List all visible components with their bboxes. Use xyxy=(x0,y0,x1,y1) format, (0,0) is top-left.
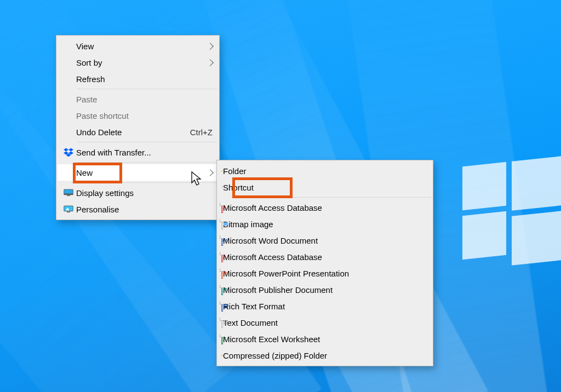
submenu-item-bitmap[interactable]: Bitmap image xyxy=(218,216,432,232)
menu-item-label: Paste shortcut xyxy=(76,111,213,120)
submenu-item-publisher[interactable]: P Microsoft Publisher Document xyxy=(218,281,432,298)
submenu-item-shortcut[interactable]: Shortcut xyxy=(218,179,432,195)
access-file-icon: A xyxy=(221,203,223,213)
personalise-icon xyxy=(61,204,76,214)
menu-separator xyxy=(77,162,217,163)
submenu-item-excel[interactable]: X Microsoft Excel Worksheet xyxy=(218,331,432,347)
submenu-item-label: Compressed (zipped) Folder xyxy=(223,351,426,360)
submenu-item-label: Microsoft Word Document xyxy=(223,236,426,245)
dropbox-icon xyxy=(61,147,76,157)
menu-item-label: Personalise xyxy=(76,205,213,214)
chevron-right-icon xyxy=(207,43,214,50)
menu-item-label: Undo Delete xyxy=(76,128,186,137)
menu-item-label: Sort by xyxy=(76,58,208,67)
svg-rect-7 xyxy=(67,195,70,197)
windows-logo xyxy=(462,159,561,263)
submenu-item-word[interactable]: W Microsoft Word Document xyxy=(218,232,432,249)
submenu-item-label: Shortcut xyxy=(223,183,426,192)
submenu-item-access-db[interactable]: A Microsoft Access Database xyxy=(218,199,432,216)
menu-item-paste: Paste xyxy=(58,91,218,107)
submenu-item-label: Folder xyxy=(223,166,426,176)
display-settings-icon xyxy=(61,188,76,198)
menu-item-label: Paste xyxy=(76,95,213,104)
powerpoint-file-icon: P xyxy=(221,268,223,279)
menu-separator xyxy=(77,89,217,89)
submenu-item-label: Microsoft Publisher Document xyxy=(223,285,426,295)
submenu-item-label: Microsoft Access Database xyxy=(223,252,426,262)
rtf-file-icon xyxy=(221,301,223,312)
submenu-item-label: Bitmap image xyxy=(223,220,426,229)
submenu-item-access-db-2[interactable]: A Microsoft Access Database xyxy=(218,249,432,265)
submenu-item-text[interactable]: Text Document xyxy=(218,314,432,331)
menu-item-send-with-transfer[interactable]: Send with Transfer... xyxy=(58,144,218,160)
menu-item-view[interactable]: View xyxy=(58,38,218,54)
menu-separator xyxy=(77,142,217,142)
new-submenu: Folder Shortcut A Microsoft Access Datab… xyxy=(216,160,433,366)
menu-item-undo-delete[interactable]: Undo Delete Ctrl+Z xyxy=(58,124,218,140)
text-file-icon xyxy=(221,318,223,328)
submenu-item-label: Text Document xyxy=(223,318,426,327)
chevron-right-icon xyxy=(207,169,214,176)
desktop-context-menu: View Sort by Refresh Paste Paste shortcu… xyxy=(56,35,220,220)
menu-item-label: New xyxy=(76,168,208,177)
submenu-item-zip[interactable]: Compressed (zipped) Folder xyxy=(218,347,432,364)
menu-item-refresh[interactable]: Refresh xyxy=(58,71,218,87)
menu-item-personalise[interactable]: Personalise xyxy=(58,201,218,217)
menu-item-label: Refresh xyxy=(76,74,213,84)
menu-item-label: Display settings xyxy=(76,188,213,198)
menu-item-new[interactable]: New xyxy=(58,164,218,181)
menu-separator xyxy=(77,182,217,183)
svg-rect-10 xyxy=(67,212,70,213)
publisher-file-icon: P xyxy=(221,285,223,295)
submenu-item-label: Microsoft Excel Worksheet xyxy=(223,335,426,344)
submenu-item-folder[interactable]: Folder xyxy=(218,163,432,179)
menu-separator xyxy=(237,197,431,198)
menu-item-paste-shortcut: Paste shortcut xyxy=(58,107,218,124)
word-file-icon: W xyxy=(221,235,223,246)
submenu-item-powerpoint[interactable]: P Microsoft PowerPoint Presentation xyxy=(218,265,432,281)
submenu-item-label: Microsoft Access Database xyxy=(223,203,426,212)
svg-rect-8 xyxy=(64,206,73,211)
submenu-item-rtf[interactable]: Rich Text Format xyxy=(218,298,432,314)
submenu-item-label: Microsoft PowerPoint Presentation xyxy=(223,269,426,278)
excel-file-icon: X xyxy=(221,334,223,344)
menu-item-label: Send with Transfer... xyxy=(76,148,213,157)
svg-rect-6 xyxy=(64,194,73,195)
menu-item-shortcut: Ctrl+Z xyxy=(190,128,213,137)
chevron-right-icon xyxy=(207,59,214,66)
svg-marker-0 xyxy=(64,148,68,152)
submenu-item-label: Rich Text Format xyxy=(223,302,426,311)
bitmap-file-icon xyxy=(221,219,223,229)
menu-item-label: View xyxy=(76,42,208,51)
menu-item-sort-by[interactable]: Sort by xyxy=(58,54,218,71)
windows-desktop[interactable]: View Sort by Refresh Paste Paste shortcu… xyxy=(0,0,561,392)
access-file-icon: A xyxy=(221,252,223,262)
svg-marker-1 xyxy=(68,148,73,152)
menu-item-display-settings[interactable]: Display settings xyxy=(58,185,218,201)
